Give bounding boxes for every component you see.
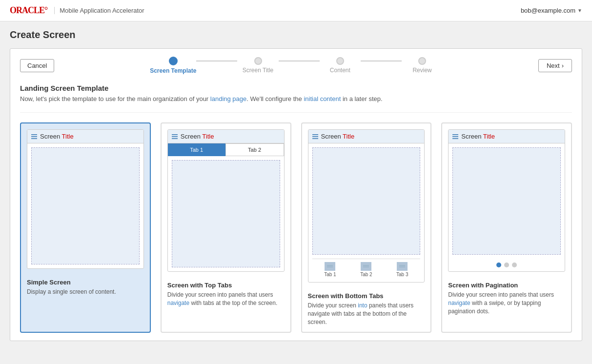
steps-track: Screen Template Screen Title Content xyxy=(150,57,443,74)
user-menu[interactable]: bob@example.com ▼ xyxy=(521,7,582,14)
user-email: bob@example.com xyxy=(521,7,575,14)
card-title-2: Screen with Top Tabs xyxy=(167,282,285,289)
template-bottom-tabs[interactable]: Screen Title Tab 1 xyxy=(301,122,432,333)
oracle-logo: ORACLE° xyxy=(10,5,47,16)
phone-title-2: Screen Title xyxy=(181,133,214,140)
phone-mockup-2: Screen Title Tab 1 Tab 2 xyxy=(167,129,285,272)
step-label-4: Review xyxy=(412,67,431,74)
bottom-tabs-bar: Tab 1 Tab 2 Tab 3 xyxy=(312,259,421,278)
phone-mockup-1: Screen Title xyxy=(27,129,144,269)
step-circle-4 xyxy=(418,57,426,65)
phone-title-3: Screen Title xyxy=(321,133,355,140)
section-desc: Now, let's pick the template to use for … xyxy=(20,95,572,102)
page-content: Create Screen Cancel Screen Template xyxy=(0,21,592,349)
next-button[interactable]: Next › xyxy=(538,59,572,72)
bottom-tab-3: Tab 3 xyxy=(384,259,420,278)
app-name: Mobile Application Accelerator xyxy=(54,7,144,14)
bottom-tab-icon-3 xyxy=(397,262,408,271)
dot-2 xyxy=(504,263,509,267)
bottom-tab-icon-1 xyxy=(325,262,335,271)
phone-title-4: Screen Title xyxy=(461,133,495,140)
wizard-header: Cancel Screen Template Screen Title xyxy=(20,57,572,74)
step-label-2: Screen Title xyxy=(243,67,273,74)
bottom-tab-label-2: Tab 2 xyxy=(360,272,372,277)
svg-rect-6 xyxy=(398,263,406,269)
phone-content-4 xyxy=(452,147,561,255)
hamburger-icon-3 xyxy=(312,134,318,139)
tab-1-button[interactable]: Tab 1 xyxy=(168,143,225,156)
card-desc-2: Divide your screen into panels that user… xyxy=(167,291,285,307)
step-circle-1 xyxy=(169,57,178,65)
svg-rect-3 xyxy=(362,263,370,269)
phone-titlebar-1: Screen Title xyxy=(27,130,143,143)
next-arrow-icon: › xyxy=(562,62,564,69)
header-left: ORACLE° Mobile Application Accelerator xyxy=(10,5,144,16)
templates-grid: Screen Title Simple Screen Display a sin… xyxy=(20,122,572,333)
card-footer-2: Screen with Top Tabs Divide your screen … xyxy=(162,278,290,313)
app-header: ORACLE° Mobile Application Accelerator b… xyxy=(0,0,592,21)
dot-1 xyxy=(496,263,501,267)
bottom-tab-label-3: Tab 3 xyxy=(396,272,408,277)
step-label-3: Content xyxy=(330,67,350,74)
card-footer-4: Screen with Pagination Divide your scree… xyxy=(442,278,571,321)
card-footer-3: Screen with Bottom Tabs Divide your scre… xyxy=(302,288,431,332)
top-tabs-bar: Tab 1 Tab 2 xyxy=(168,143,284,156)
template-simple-screen[interactable]: Screen Title Simple Screen Display a sin… xyxy=(20,122,151,333)
wizard-panel: Cancel Screen Template Screen Title xyxy=(10,48,582,341)
step-line-2 xyxy=(279,61,320,61)
step-circle-3 xyxy=(336,57,344,65)
section-heading: Landing Screen Template xyxy=(20,84,572,92)
phone-titlebar-3: Screen Title xyxy=(308,130,425,143)
phone-mockup-3: Screen Title Tab 1 xyxy=(308,129,425,283)
phone-content-3 xyxy=(312,147,421,255)
card-title-3: Screen with Bottom Tabs xyxy=(308,292,425,300)
card-desc-1: Display a single screen of content. xyxy=(27,288,144,296)
step-review: Review xyxy=(402,57,443,74)
page-title: Create Screen xyxy=(10,29,582,40)
phone-title-1: Screen Title xyxy=(40,133,74,140)
card-footer-1: Simple Screen Display a single screen of… xyxy=(21,275,150,302)
bottom-tab-icon-2 xyxy=(361,262,371,271)
phone-titlebar-4: Screen Title xyxy=(449,130,565,143)
card-title-1: Simple Screen xyxy=(27,279,144,286)
step-screen-template: Screen Template xyxy=(150,57,196,74)
dropdown-arrow-icon: ▼ xyxy=(577,8,582,13)
svg-rect-0 xyxy=(326,263,334,269)
template-pagination[interactable]: Screen Title Screen with Pagination Divi… xyxy=(441,122,572,333)
template-top-tabs[interactable]: Screen Title Tab 1 Tab 2 Screen with Top… xyxy=(161,122,291,333)
bottom-tab-label-1: Tab 1 xyxy=(324,272,336,277)
step-circle-2 xyxy=(254,57,262,65)
pagination-dots xyxy=(449,259,565,271)
steps-container: Screen Template Screen Title Content xyxy=(64,57,528,74)
bottom-tab-2: Tab 2 xyxy=(348,259,384,278)
hamburger-icon-2 xyxy=(172,134,178,139)
step-content: Content xyxy=(320,57,361,74)
section-divider xyxy=(20,112,572,113)
phone-titlebar-2: Screen Title xyxy=(168,130,284,143)
hamburger-icon-1 xyxy=(31,134,37,139)
step-label-1: Screen Template xyxy=(150,67,196,74)
phone-content-1 xyxy=(31,147,140,264)
hamburger-icon-4 xyxy=(452,134,458,139)
next-label: Next xyxy=(547,62,560,69)
cancel-button[interactable]: Cancel xyxy=(20,59,54,72)
card-desc-4: Divide your screen into panels that user… xyxy=(448,291,565,315)
phone-content-2 xyxy=(172,160,280,267)
step-line-1 xyxy=(196,61,237,61)
step-line-3 xyxy=(361,61,402,61)
card-desc-3: Divide your screen into panels that user… xyxy=(308,302,425,326)
tab-2-button[interactable]: Tab 2 xyxy=(225,143,284,156)
phone-mockup-4: Screen Title xyxy=(448,129,565,272)
bottom-tab-1: Tab 1 xyxy=(312,259,348,278)
dot-3 xyxy=(512,263,517,267)
step-screen-title: Screen Title xyxy=(237,57,278,74)
card-title-4: Screen with Pagination xyxy=(448,282,565,289)
